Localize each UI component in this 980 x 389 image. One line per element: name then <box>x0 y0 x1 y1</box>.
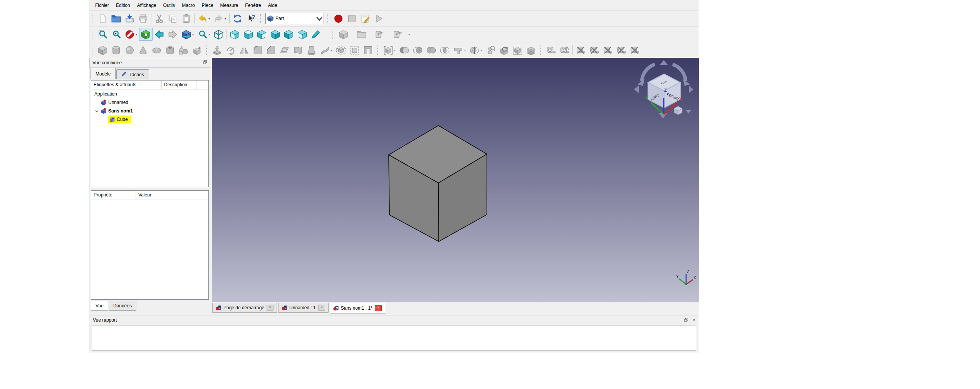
menu-fichier[interactable]: Fichier <box>92 1 112 10</box>
nav-arrow-right-icon[interactable] <box>689 86 693 93</box>
measure-linear-button[interactable] <box>544 44 558 57</box>
tab-taches[interactable]: Tâches <box>116 69 149 79</box>
create-group-button[interactable] <box>355 28 368 41</box>
nav-menu-dropdown-icon[interactable] <box>686 110 691 114</box>
make-sub-link-dropdown-arrow[interactable]: ▾ <box>408 33 412 36</box>
float-panel-icon[interactable] <box>203 60 207 65</box>
close-tab-icon[interactable]: × <box>375 305 382 311</box>
tree-item-application[interactable]: Application <box>91 90 208 98</box>
tree-item-sans-nom1[interactable]: Sans nom1 <box>91 107 208 115</box>
print-button[interactable] <box>136 12 150 25</box>
property-column-value[interactable]: Valeur <box>136 191 208 200</box>
expander-chevron-icon[interactable] <box>95 109 99 113</box>
toolbar-handle[interactable] <box>206 45 209 55</box>
menu-measure[interactable]: Measure <box>217 1 242 10</box>
primitive-sphere-button[interactable] <box>123 44 136 57</box>
toolbar-handle[interactable] <box>92 45 94 55</box>
view-front-button[interactable] <box>228 28 242 41</box>
new-document-button[interactable] <box>96 12 109 25</box>
refresh-button[interactable] <box>231 12 244 25</box>
view-back-button[interactable] <box>153 28 166 41</box>
menu-piece[interactable]: Pièce <box>198 1 217 10</box>
sweep-button[interactable] <box>318 44 332 57</box>
view-bottom-button[interactable] <box>282 28 295 41</box>
navigation-cube[interactable]: TOP LEFT FRONT Z Y X <box>634 60 693 119</box>
shape-builder-button[interactable] <box>190 44 204 57</box>
make-face-from-wires-button[interactable] <box>278 44 291 57</box>
nav-mini-cube-icon[interactable] <box>674 106 682 115</box>
view-axonometric-button[interactable] <box>212 28 225 41</box>
paste-button[interactable] <box>180 12 193 25</box>
tab-modele[interactable]: Modèle <box>91 68 116 79</box>
open-document-button[interactable] <box>109 12 123 25</box>
rotate-view-dropdown-arrow[interactable]: ▾ <box>192 33 196 36</box>
split-slice-dropdown-arrow[interactable]: ▾ <box>480 49 484 52</box>
view-rear-button[interactable] <box>268 28 282 41</box>
primitive-cone-button[interactable] <box>136 44 150 57</box>
tree-item-cube[interactable]: Cube <box>91 115 208 124</box>
view-right-button[interactable] <box>255 28 268 41</box>
menu-fenetre[interactable]: Fenêtre <box>242 1 264 10</box>
check-geometry-button[interactable] <box>484 44 497 57</box>
mirror-button[interactable] <box>237 44 251 57</box>
join-connect-button[interactable] <box>451 44 465 57</box>
zoom-tools-dropdown-arrow[interactable]: ▾ <box>208 33 212 36</box>
measure-toggle-all-button[interactable] <box>601 44 614 57</box>
make-link-button[interactable] <box>373 28 386 41</box>
selected-highlight[interactable]: Cube <box>108 116 131 123</box>
boolean-intersection-button[interactable] <box>438 44 451 57</box>
toolbar-handle[interactable] <box>377 45 380 55</box>
ruled-surface-button[interactable] <box>291 44 305 57</box>
rotate-view-button[interactable] <box>180 28 193 41</box>
nav-rotate-right-icon[interactable] <box>673 64 686 81</box>
menu-aide[interactable]: Aide <box>265 1 281 10</box>
close-tab-icon[interactable]: × <box>318 305 325 311</box>
make-sub-link-button[interactable] <box>391 28 404 41</box>
split-slice-button[interactable] <box>468 44 481 57</box>
toolbar-handle[interactable] <box>92 30 94 39</box>
primitive-torus-button[interactable] <box>150 44 163 57</box>
view-left-button[interactable] <box>295 28 309 41</box>
menu-affichage[interactable]: Affichage <box>134 1 160 10</box>
undo-button[interactable] <box>196 12 209 25</box>
measure-clear-all-button[interactable] <box>587 44 601 57</box>
toolbar-handle[interactable] <box>540 45 543 55</box>
combo-dropdown-arrow[interactable] <box>315 13 324 23</box>
thickness-button[interactable] <box>361 44 375 57</box>
3d-viewport[interactable]: TOP LEFT FRONT Z Y X <box>212 58 699 302</box>
boolean-union-button[interactable] <box>425 44 438 57</box>
tree-column-labels[interactable]: Étiquettes & attributs <box>91 80 162 89</box>
box-element-selection-button[interactable] <box>139 28 153 41</box>
tree-column-description[interactable]: Description <box>162 80 196 89</box>
measure-toggle-3d-button[interactable] <box>614 44 628 57</box>
primitive-cube-button[interactable] <box>96 44 109 57</box>
nav-arrow-up-icon[interactable] <box>660 60 668 65</box>
measure-refresh-button[interactable] <box>574 44 587 57</box>
convert-to-solid-button[interactable] <box>511 44 524 57</box>
mdi-tab-unnamed-1[interactable]: FUnnamed : 1× <box>278 303 329 313</box>
nav-arrow-left-icon[interactable] <box>634 86 639 93</box>
tab-vue[interactable]: Vue <box>91 301 108 311</box>
cut-button[interactable] <box>153 12 166 25</box>
toolbar-handle[interactable] <box>327 14 330 23</box>
nav-rotate-left-icon[interactable] <box>642 64 655 81</box>
view-forward-button[interactable] <box>166 28 180 41</box>
create-primitives-button[interactable] <box>177 44 190 57</box>
close-tab-icon[interactable]: × <box>267 305 274 311</box>
property-column-name[interactable]: Propriété <box>91 191 136 200</box>
join-connect-dropdown-arrow[interactable]: ▾ <box>464 49 468 52</box>
close-panel-icon[interactable]: × <box>693 318 695 322</box>
toolbar-handle[interactable] <box>332 30 335 39</box>
create-part-button[interactable] <box>337 28 350 41</box>
cross-sections-button[interactable] <box>524 44 538 57</box>
boolean-cut-button[interactable] <box>411 44 425 57</box>
toolbar-handle[interactable] <box>92 14 94 23</box>
whats-this-button[interactable]: ? <box>244 12 258 25</box>
cube-object[interactable] <box>389 126 487 241</box>
refine-shape-button[interactable] <box>497 44 511 57</box>
sweep-dropdown-arrow[interactable]: ▾ <box>331 49 334 52</box>
redo-button[interactable] <box>212 12 225 25</box>
toolbar-handle[interactable] <box>260 14 263 23</box>
undo-dropdown-arrow[interactable]: ▾ <box>208 17 212 20</box>
float-panel-icon[interactable] <box>684 318 688 322</box>
